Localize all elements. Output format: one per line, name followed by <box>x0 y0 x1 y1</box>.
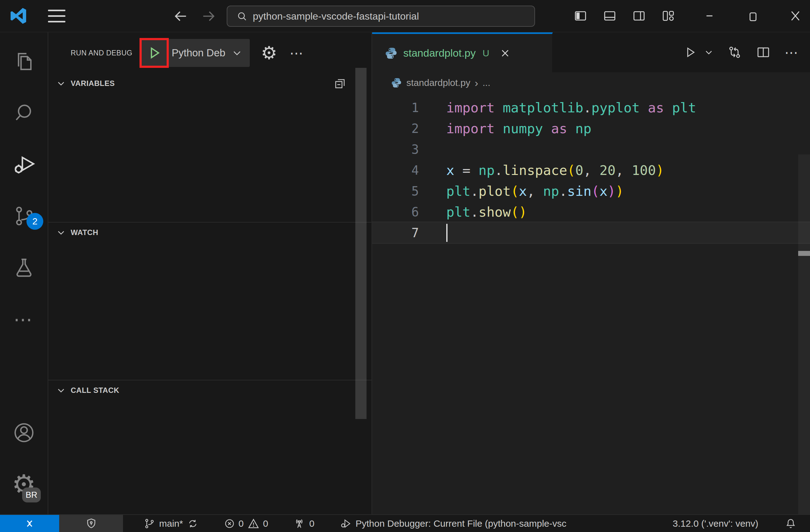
tab-bar: standardplot.py U <box>372 32 810 72</box>
source-control-icon[interactable]: 2 <box>0 200 48 232</box>
debug-status-text: Python Debugger: Current File (python-sa… <box>356 518 566 529</box>
maximize-icon[interactable] <box>739 0 768 32</box>
call-stack-section-header[interactable]: CALL STACK <box>48 380 372 400</box>
chevron-down-icon <box>56 228 66 237</box>
vscode-logo-icon <box>9 7 28 25</box>
code-line[interactable]: 5plt.plot(x, np.sin(x)) <box>372 181 810 201</box>
customize-layout-icon[interactable] <box>654 0 683 32</box>
ports-count: 0 <box>309 518 314 529</box>
line-number: 3 <box>372 142 419 156</box>
line-number: 2 <box>372 121 419 136</box>
shield-icon <box>85 517 97 530</box>
menu-icon[interactable] <box>48 10 65 22</box>
ports-item[interactable]: 0 <box>289 515 319 532</box>
debug-more-actions-icon[interactable]: ⋯ <box>290 45 305 61</box>
code-text <box>419 224 446 242</box>
split-editor-icon[interactable] <box>756 45 771 60</box>
sidebar-scrollbar[interactable] <box>355 68 367 419</box>
code-text: plt.plot(x, np.sin(x)) <box>419 183 624 199</box>
toggle-primary-sidebar-icon[interactable] <box>566 0 595 32</box>
search-activity-icon[interactable] <box>0 97 48 128</box>
settings-gear-icon[interactable]: ⚙ BR <box>0 469 48 500</box>
run-file-icon[interactable] <box>683 45 697 60</box>
sidebar-title: RUN AND DEBUG <box>71 49 132 57</box>
search-icon <box>236 10 248 22</box>
notifications-bell-icon[interactable] <box>780 517 801 530</box>
remote-icon <box>23 517 36 530</box>
chevron-down-icon <box>56 79 66 88</box>
title-bar <box>0 0 810 32</box>
forward-arrow-icon[interactable] <box>199 6 218 26</box>
explorer-icon[interactable] <box>0 46 48 77</box>
warning-count: 0 <box>263 518 268 529</box>
close-icon[interactable] <box>781 0 810 32</box>
collapse-all-icon[interactable] <box>334 77 346 90</box>
code-text: import numpy as np <box>419 121 592 136</box>
command-center-search[interactable] <box>227 5 535 27</box>
account-icon[interactable] <box>0 417 48 448</box>
code-text: import matplotlib.pyplot as plt <box>419 100 696 116</box>
error-count: 0 <box>239 518 244 529</box>
workspace-trust-button[interactable] <box>59 515 123 532</box>
search-input[interactable] <box>253 11 526 22</box>
debug-config-dropdown[interactable]: Python Deb <box>168 39 249 67</box>
debug-settings-gear-icon[interactable]: ⚙ <box>261 44 277 62</box>
sync-icon <box>187 518 199 530</box>
chevron-down-icon <box>56 386 66 395</box>
code-editor[interactable]: 1import matplotlib.pyplot as plt2import … <box>372 94 810 514</box>
line-number: 5 <box>372 184 419 198</box>
editor-scrollbar[interactable] <box>798 154 810 514</box>
code-line[interactable]: 4x = np.linspace(0, 20, 100) <box>372 160 810 181</box>
warning-icon <box>247 517 260 530</box>
python-icon <box>391 77 402 88</box>
line-number: 7 <box>372 226 419 240</box>
error-icon <box>224 518 236 530</box>
line-number: 6 <box>372 205 419 219</box>
run-debug-sidebar: RUN AND DEBUG Python Deb <box>48 32 372 514</box>
play-icon <box>146 45 162 61</box>
code-line[interactable]: 6plt.show() <box>372 201 810 222</box>
remote-indicator[interactable] <box>0 515 59 532</box>
python-interpreter-item[interactable]: 3.12.0 ('.venv': venv) <box>668 518 763 529</box>
breadcrumb-chevron-icon: › <box>475 77 478 89</box>
close-tab-icon[interactable] <box>499 47 511 59</box>
more-views-icon[interactable]: ⋯ <box>0 304 48 335</box>
toggle-secondary-sidebar-icon[interactable] <box>625 0 654 32</box>
debug-status-item[interactable]: Python Debugger: Current File (python-sa… <box>335 515 571 532</box>
open-changes-icon[interactable] <box>727 45 742 60</box>
start-debugging-button[interactable] <box>141 39 168 67</box>
git-status-badge: U <box>483 48 489 59</box>
debug-config-label: Python Deb <box>172 47 225 59</box>
variables-section-header[interactable]: VARIABLES <box>48 73 372 94</box>
code-line[interactable]: 7 <box>372 222 810 243</box>
git-branch-item[interactable]: main* <box>139 515 203 532</box>
problems-item[interactable]: 0 0 <box>219 515 273 532</box>
tab-standardplot[interactable]: standardplot.py U <box>372 32 553 72</box>
editor-group: standardplot.py U <box>372 32 810 514</box>
code-line[interactable]: 3 <box>372 139 810 160</box>
testing-icon[interactable] <box>0 252 48 283</box>
watch-section-header[interactable]: WATCH <box>48 222 372 243</box>
radio-tower-icon <box>293 517 306 530</box>
code-line[interactable]: 2import numpy as np <box>372 118 810 139</box>
breadcrumb-symbol[interactable]: ... <box>482 78 490 88</box>
overview-ruler-mark <box>798 251 810 256</box>
interpreter-text: 3.12.0 ('.venv': venv) <box>673 518 758 529</box>
editor-more-actions-icon[interactable]: ⋯ <box>784 45 799 61</box>
run-dropdown-chevron-icon[interactable] <box>704 48 713 57</box>
tab-file-name: standardplot.py <box>403 47 476 59</box>
run-debug-icon[interactable] <box>0 149 48 180</box>
branch-icon <box>144 518 156 530</box>
source-control-badge: 2 <box>27 213 43 230</box>
line-number: 1 <box>372 101 419 115</box>
status-bar: main* 0 0 <box>0 514 810 532</box>
breadcrumb-file[interactable]: standardplot.py <box>406 78 470 88</box>
back-arrow-icon[interactable] <box>171 6 191 26</box>
text-cursor <box>446 224 448 242</box>
code-line[interactable]: 1import matplotlib.pyplot as plt <box>372 97 810 118</box>
branch-name: main* <box>159 518 183 529</box>
code-text: x = np.linspace(0, 20, 100) <box>419 163 664 178</box>
minimize-icon[interactable] <box>696 0 725 32</box>
activity-bar: 2 ⋯ ⚙ BR <box>0 32 48 514</box>
toggle-panel-icon[interactable] <box>595 0 625 32</box>
